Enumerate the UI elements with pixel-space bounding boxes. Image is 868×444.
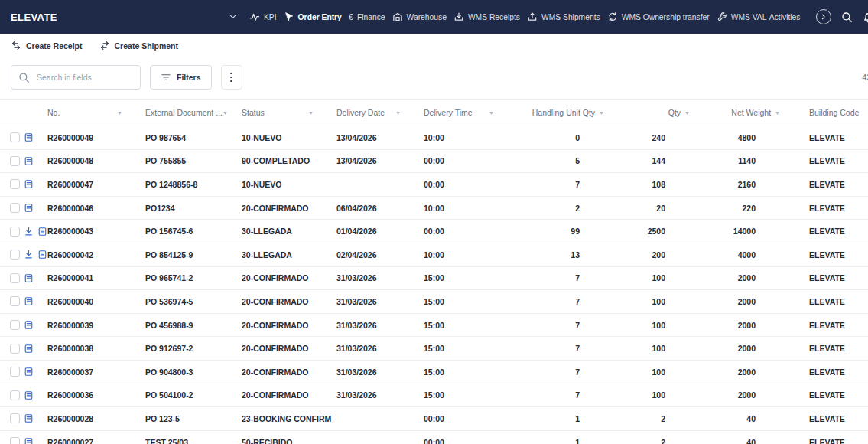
nav-item-wms-val-activities[interactable]: WMS VAL-Activities [715, 9, 802, 24]
sort-caret-icon[interactable]: ▼ [395, 110, 401, 116]
document-icon[interactable] [24, 390, 34, 400]
document-icon[interactable] [24, 203, 34, 213]
row-checkbox[interactable] [10, 413, 20, 423]
cell-handling-unit-qty: 7 [517, 321, 615, 330]
cell-status: 30-LLEGADA [242, 250, 336, 260]
sort-caret-icon[interactable]: ▼ [775, 110, 780, 116]
document-icon[interactable] [24, 132, 34, 142]
filters-label: Filters [177, 73, 201, 82]
table-row[interactable]: R260000048PO 75585590-COMPLETADO13/04/20… [0, 150, 868, 174]
cell-external-doc: PO 504100-2 [145, 390, 242, 400]
column-header-handling-unit-qty[interactable]: Handling Unit Qty▼ [517, 108, 615, 117]
sort-caret-icon[interactable]: ▼ [599, 110, 604, 116]
cell-delivery-time: 10:00 [424, 133, 517, 142]
search-button[interactable] [841, 11, 853, 23]
document-icon[interactable] [24, 179, 34, 189]
nav-item-wms-ownership-transfer[interactable]: WMS Ownership transfer [606, 9, 711, 24]
nav-item-wms-receipts[interactable]: WMS Receipts [452, 9, 522, 24]
column-header-net-weight[interactable]: Net Weight▼ [701, 108, 791, 117]
notifications-button[interactable] [863, 11, 868, 23]
table-row[interactable]: R260000040PO 536974-520-CONFIRMADO31/03/… [0, 290, 868, 314]
document-icon[interactable] [24, 273, 34, 283]
cell-building-code: ELEVATE [791, 297, 868, 306]
table-row[interactable]: R260000028PO 123-523-BOOKING CONFIRM00:0… [0, 407, 868, 431]
document-icon[interactable] [24, 437, 34, 444]
row-checkbox[interactable] [10, 227, 20, 237]
row-checkbox[interactable] [10, 367, 20, 377]
table-row[interactable]: R260000041PO 965741-220-CONFIRMADO31/03/… [0, 267, 868, 291]
document-icon[interactable] [24, 156, 34, 166]
row-checkbox[interactable] [10, 390, 20, 400]
table-row[interactable]: R260000047PO 1248856-810-NUEVO00:0071082… [0, 173, 868, 197]
cell-handling-unit-qty: 7 [517, 273, 615, 282]
document-icon[interactable] [24, 367, 34, 377]
sort-caret-icon[interactable]: ▼ [308, 110, 314, 116]
search-input[interactable] [35, 72, 133, 83]
sort-caret-icon[interactable]: ▼ [684, 110, 690, 116]
table-row[interactable]: R260000038PO 912697-220-CONFIRMADO31/03/… [0, 337, 868, 361]
document-icon[interactable] [37, 227, 47, 237]
cell-status: 20-CONFIRMADO [242, 297, 336, 306]
filters-button[interactable]: Filters [150, 65, 212, 90]
row-checkbox[interactable] [10, 296, 20, 306]
create-receipt-button[interactable]: Create Receipt [11, 41, 83, 51]
sort-caret-icon[interactable]: ▼ [117, 110, 122, 116]
download-icon[interactable] [24, 227, 34, 237]
table-row[interactable]: R260000037PO 904800-320-CONFIRMADO31/03/… [0, 361, 868, 384]
cell-building-code: ELEVATE [791, 133, 868, 142]
row-checkbox[interactable] [10, 250, 20, 260]
cell-delivery-date: 31/03/2026 [336, 344, 424, 353]
column-header-delivery-time[interactable]: Delivery Time▼ [424, 108, 517, 117]
nav-scroll-right-button[interactable] [816, 9, 831, 24]
table-row[interactable]: R260000039PO 456988-920-CONFIRMADO31/03/… [0, 314, 868, 338]
document-icon[interactable] [24, 296, 34, 306]
document-icon[interactable] [37, 250, 47, 260]
nav-item-warehouse[interactable]: Warehouse [391, 9, 448, 24]
cell-building-code: ELEVATE [791, 156, 868, 165]
table-row[interactable]: R260000042PO 854125-930-LLEGADA02/04/202… [0, 243, 868, 267]
nav-item-wms-shipments[interactable]: WMS Shipments [525, 9, 602, 24]
orders-table: No.▼External Document ...▼Status▼Deliver… [0, 99, 868, 444]
cell-no: R260000040 [47, 297, 145, 306]
row-checkbox[interactable] [10, 179, 20, 189]
table-row[interactable]: R260000049PO 98765410-NUEVO13/04/202610:… [0, 126, 868, 150]
column-header-status[interactable]: Status▼ [242, 108, 336, 117]
cell-no: R260000046 [47, 204, 145, 213]
action-bar: Create Receipt Create Shipment [0, 34, 868, 57]
column-header-building-code[interactable]: Building Code [791, 108, 868, 117]
nav-item-order-entry[interactable]: Order Entry [282, 9, 343, 24]
sort-caret-icon[interactable]: ▼ [223, 110, 228, 116]
nav-dropdown-button[interactable] [226, 10, 240, 24]
document-icon[interactable] [24, 344, 34, 354]
more-options-button[interactable] [221, 65, 242, 90]
column-header-no[interactable]: No.▼ [47, 108, 145, 117]
sort-caret-icon[interactable]: ▼ [489, 110, 494, 116]
row-checkbox[interactable] [10, 437, 20, 444]
table-row[interactable]: R260000046PO123420-CONFIRMADO06/04/20261… [0, 197, 868, 220]
kpi-icon [249, 11, 260, 22]
cell-delivery-time: 15:00 [424, 367, 517, 377]
row-checkbox[interactable] [10, 273, 20, 283]
cell-status: 20-CONFIRMADO [242, 390, 336, 400]
column-header-delivery-date[interactable]: Delivery Date▼ [336, 108, 424, 117]
row-checkbox[interactable] [10, 203, 20, 213]
cell-delivery-time: 15:00 [424, 297, 517, 306]
cell-status: 10-NUEVO [242, 133, 336, 142]
document-icon[interactable] [24, 413, 34, 423]
row-checkbox[interactable] [10, 156, 20, 166]
document-icon[interactable] [24, 320, 34, 330]
column-header-qty[interactable]: Qty▼ [615, 108, 701, 117]
nav-item-kpi[interactable]: KPI [248, 9, 278, 24]
row-checkbox[interactable] [10, 320, 20, 330]
column-header-external-doc[interactable]: External Document ...▼ [145, 108, 242, 117]
create-receipt-label: Create Receipt [26, 41, 83, 51]
download-icon[interactable] [24, 250, 34, 260]
table-row[interactable]: R260000043PO 156745-630-LLEGADA01/04/202… [0, 220, 868, 243]
create-shipment-button[interactable]: Create Shipment [99, 41, 178, 51]
nav-item-finance[interactable]: €Finance [347, 11, 387, 24]
app-root: ELEVATE KPIOrder Entry€FinanceWarehouseW… [0, 0, 868, 444]
table-row[interactable]: R260000036PO 504100-220-CONFIRMADO31/03/… [0, 384, 868, 408]
table-row[interactable]: R260000027TEST 25/0350-RECIBIDO00:001240… [0, 431, 868, 444]
row-checkbox[interactable] [10, 344, 20, 354]
row-checkbox[interactable] [10, 132, 20, 142]
